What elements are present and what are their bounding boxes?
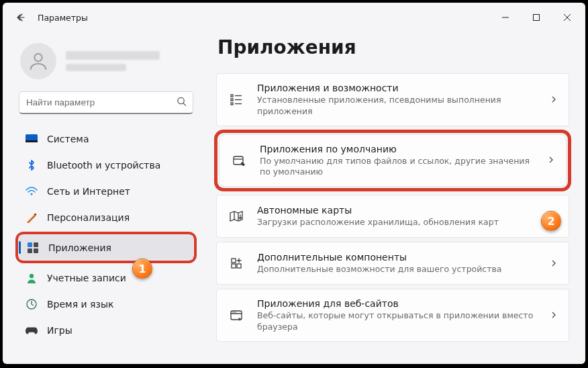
svg-rect-17 [232, 259, 236, 263]
main: Приложения Приложения и возможности Уста… [204, 32, 585, 364]
card-default-apps[interactable]: Приложения по умолчанию По умолчанию для… [219, 134, 567, 187]
arrow-left-icon [15, 12, 26, 23]
sidebar-item-label: Учетные записи [47, 273, 126, 283]
card-list: Приложения и возможности Установленные п… [216, 73, 569, 342]
back-button[interactable] [8, 5, 34, 30]
sidebar-item-accounts[interactable]: Учетные записи [17, 265, 195, 290]
card-title: Приложения для веб-сайтов [257, 297, 538, 310]
svg-rect-4 [26, 140, 38, 142]
profile-name-redacted [66, 51, 160, 60]
chevron-right-icon [550, 257, 558, 270]
card-subtitle: Веб-сайты, которые могут открываться в п… [257, 310, 538, 333]
bluetooth-icon [26, 159, 38, 171]
svg-rect-9 [28, 248, 32, 253]
maximize-icon [533, 14, 540, 21]
svg-point-11 [30, 273, 34, 277]
profile-block[interactable] [17, 38, 195, 90]
card-subtitle: По умолчанию для типов файлов и ссылок, … [260, 156, 535, 179]
svg-rect-19 [237, 264, 241, 268]
sidebar-item-label: Время и язык [47, 299, 113, 310]
card-body: Приложения и возможности Установленные п… [257, 82, 538, 118]
offline-maps-icon [228, 210, 245, 223]
svg-rect-8 [34, 242, 38, 247]
annotation-badge-label: 1 [138, 263, 146, 275]
svg-rect-15 [231, 103, 233, 105]
network-icon [26, 185, 38, 197]
sidebar-item-label: Bluetooth и устройства [47, 160, 160, 171]
svg-rect-0 [534, 15, 540, 21]
svg-rect-7 [28, 242, 32, 247]
system-icon [26, 133, 38, 145]
sidebar-item-gaming[interactable]: Игры [17, 318, 195, 342]
search-box [19, 91, 193, 114]
sidebar-item-network[interactable]: Сеть и Интернет [17, 179, 195, 203]
card-title: Приложения и возможности [257, 82, 538, 95]
sidebar-item-label: Система [47, 134, 89, 144]
settings-window: Параметры [3, 3, 585, 364]
card-body: Приложения по умолчанию По умолчанию для… [260, 143, 535, 179]
chevron-right-icon [550, 93, 558, 106]
sidebar-item-apps[interactable]: Приложения [19, 235, 193, 260]
annotation-highlight-sidebar: Приложения [15, 232, 197, 263]
sidebar-item-label: Приложения [48, 242, 111, 253]
close-button[interactable] [552, 7, 583, 28]
annotation-badge-label: 2 [547, 215, 554, 228]
gaming-icon [26, 324, 38, 336]
time-language-icon [26, 298, 38, 310]
search-input[interactable] [19, 91, 193, 114]
card-body: Приложения для веб-сайтов Веб-сайты, кот… [257, 297, 538, 333]
minimize-button[interactable] [490, 7, 521, 28]
chevron-right-icon [547, 154, 555, 167]
card-subtitle: Загрузки расположение хранилища, обновле… [257, 217, 538, 228]
sidebar-item-label: Игры [47, 325, 72, 336]
card-optional-features[interactable]: Дополнительные компоненты Дополнительные… [216, 242, 569, 285]
sidebar-item-bluetooth[interactable]: Bluetooth и устройства [17, 152, 195, 177]
sidebar-item-system[interactable]: Система [17, 126, 195, 151]
profile-text [66, 51, 192, 71]
svg-rect-18 [232, 264, 236, 268]
avatar [20, 43, 56, 79]
apps-for-websites-icon [228, 308, 245, 323]
nav: Система Bluetooth и устройства Сеть и Ин… [17, 126, 195, 342]
card-body: Дополнительные компоненты Дополнительные… [257, 251, 538, 275]
annotation-badge-2: 2 [541, 211, 561, 231]
person-icon [27, 50, 50, 73]
sidebar-item-personalization[interactable]: Персонализация [17, 205, 195, 230]
content: Система Bluetooth и устройства Сеть и Ин… [3, 32, 585, 364]
card-title: Дополнительные компоненты [257, 251, 538, 264]
sidebar-item-time-language[interactable]: Время и язык [17, 291, 195, 316]
window-title: Параметры [38, 13, 88, 23]
sidebar-item-label: Персонализация [47, 212, 130, 223]
apps-features-icon [228, 92, 245, 107]
card-apps-features[interactable]: Приложения и возможности Установленные п… [216, 73, 569, 126]
profile-email-redacted [66, 64, 126, 71]
search-icon [177, 97, 187, 109]
card-body: Автономные карты Загрузки расположение х… [257, 204, 538, 228]
window-controls [490, 7, 583, 28]
card-apps-for-websites[interactable]: Приложения для веб-сайтов Веб-сайты, кот… [216, 289, 569, 342]
svg-point-5 [30, 193, 32, 195]
chevron-right-icon [550, 309, 558, 322]
page-title: Приложения [217, 36, 569, 58]
apps-icon [27, 242, 39, 254]
sidebar: Система Bluetooth и устройства Сеть и Ин… [3, 32, 204, 364]
accounts-icon [26, 272, 38, 284]
personalization-icon [26, 212, 38, 224]
titlebar: Параметры [3, 3, 585, 32]
svg-rect-10 [34, 248, 38, 253]
card-subtitle: Дополнительные возможности для вашего ус… [257, 264, 538, 275]
minimize-icon [502, 14, 509, 21]
close-icon [564, 14, 571, 21]
annotation-badge-1: 1 [132, 259, 152, 279]
card-title: Автономные карты [257, 204, 538, 217]
svg-rect-14 [231, 99, 233, 101]
optional-features-icon [228, 256, 245, 271]
sidebar-item-label: Сеть и Интернет [47, 186, 130, 197]
card-offline-maps[interactable]: Автономные карты Загрузки расположение х… [216, 195, 569, 238]
maximize-button[interactable] [521, 7, 552, 28]
svg-point-2 [178, 97, 184, 103]
annotation-highlight-default-apps: Приложения по умолчанию По умолчанию для… [214, 130, 571, 192]
default-apps-icon [230, 153, 248, 168]
card-title: Приложения по умолчанию [260, 143, 535, 156]
svg-point-1 [34, 54, 42, 61]
